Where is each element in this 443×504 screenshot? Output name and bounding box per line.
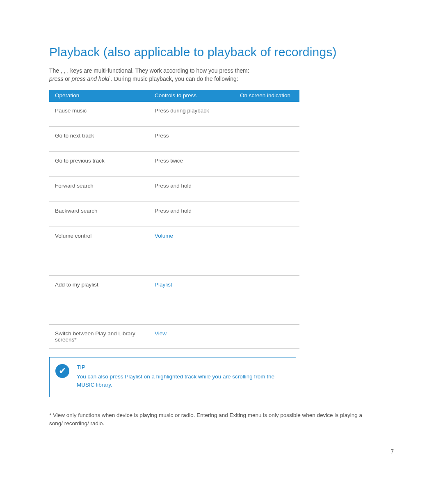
footnote: * View only functions when device is pla…: [49, 411, 373, 427]
col-indication: On screen indication: [234, 90, 299, 102]
table-row: Backward searchPress and hold: [49, 202, 299, 227]
cell-controls: Press during playback: [149, 102, 234, 127]
tip-body: You can also press Playlist on a highlig…: [77, 373, 274, 388]
cell-operation: Add to my playlist: [49, 275, 149, 324]
cell-operation: Switch between Play and Library screens*: [49, 324, 149, 348]
cell-indication: [234, 324, 299, 348]
table-row: Switch between Play and Library screens*…: [49, 324, 299, 348]
table-row: Volume controlVolume: [49, 227, 299, 275]
intro-line2-a: press: [49, 76, 63, 82]
cell-indication: [234, 151, 299, 176]
ctrl-accent: Playlist: [155, 282, 172, 288]
cell-operation: Forward search: [49, 176, 149, 202]
cell-operation: Volume control: [49, 227, 149, 275]
cell-operation: Go to previous track: [49, 151, 149, 176]
page: Playback (also applicable to playback of…: [0, 0, 443, 504]
intro-line2-c: press and hold: [71, 76, 109, 82]
table-row: Forward searchPress and hold: [49, 176, 299, 202]
table-row: Go to previous trackPress twice: [49, 151, 299, 176]
cell-indication: [234, 227, 299, 275]
cell-indication: [234, 126, 299, 151]
ctrl-post: twice: [170, 158, 183, 164]
col-controls: Controls to press: [149, 90, 234, 102]
cell-controls: Press: [149, 126, 234, 151]
cell-indication: [234, 202, 299, 227]
cell-operation: Pause music: [49, 102, 149, 127]
intro-line1-a: The: [49, 67, 61, 74]
cell-indication: [234, 102, 299, 127]
ctrl-post: during playback: [170, 108, 209, 114]
ctrl-pre: Press and hold: [155, 208, 192, 214]
cell-controls: Press and hold: [149, 202, 234, 227]
playback-table: Operation Controls to press On screen in…: [49, 90, 299, 349]
intro-line1-b: ,: [61, 67, 64, 74]
cell-controls: Press and hold: [149, 176, 234, 202]
table-header-row: Operation Controls to press On screen in…: [49, 90, 299, 102]
check-icon: ✔: [55, 364, 69, 378]
cell-controls: View: [149, 324, 234, 348]
table-row: Pause musicPress during playback: [49, 102, 299, 127]
intro-line2-d: . During music playback, you can do the …: [111, 76, 238, 82]
cell-operation: Go to next track: [49, 126, 149, 151]
intro-line1-e: keys are multi-functional. They work acc…: [70, 67, 249, 74]
ctrl-accent: Volume: [155, 233, 173, 239]
cell-indication: [234, 176, 299, 202]
cell-controls: Playlist: [149, 275, 234, 324]
intro-line2-b: or: [65, 76, 71, 82]
col-operation: Operation: [49, 90, 149, 102]
cell-indication: [234, 275, 299, 324]
table-row: Add to my playlistPlaylist: [49, 275, 299, 324]
cell-operation: Backward search: [49, 202, 149, 227]
intro-line1-c: ,: [64, 67, 67, 74]
ctrl-pre: Press: [155, 108, 170, 114]
cell-controls: Press twice: [149, 151, 234, 176]
ctrl-pre: Press: [155, 158, 170, 164]
page-number: 7: [390, 448, 394, 455]
tip-text: TIP You can also press Playlist on a hig…: [77, 363, 288, 389]
ctrl-pre: Press and hold: [155, 183, 192, 189]
tip-head: TIP: [77, 363, 288, 371]
tip-box: ✔ TIP You can also press Playlist on a h…: [49, 357, 296, 398]
intro-text: The , , , keys are multi-functional. The…: [49, 66, 394, 83]
cell-controls: Volume: [149, 227, 234, 275]
table-row: Go to next trackPress: [49, 126, 299, 151]
ctrl-accent: View: [155, 330, 167, 337]
ctrl-pre: Press: [155, 133, 169, 139]
page-title: Playback (also applicable to playback of…: [49, 45, 394, 59]
